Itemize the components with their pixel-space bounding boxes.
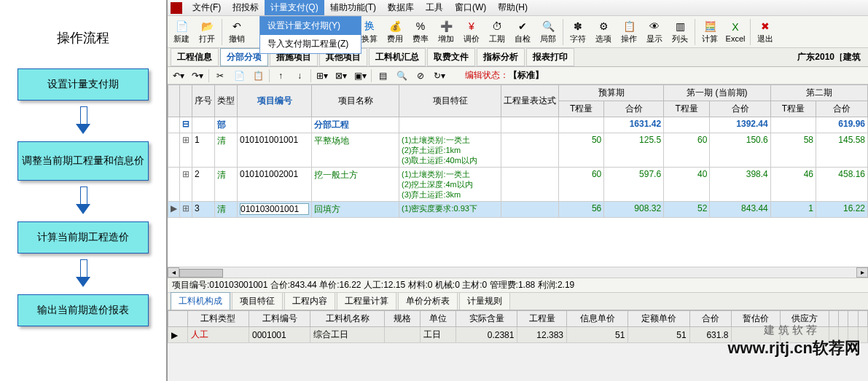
menu-tools[interactable]: 工具 [420,0,449,15]
clear-icon[interactable]: ⊘ [413,68,429,83]
table-row[interactable]: ⊞2清010101002001挖一般土方(1)土壤类别:一类土 (2)挖土深度:… [168,168,868,202]
tab-fee-file[interactable]: 取费文件 [427,48,475,66]
flow-arrow-icon [77,106,89,135]
subtab-feature[interactable]: 项目特征 [232,292,283,310]
scroll-thumb[interactable] [179,269,223,278]
tab-indicator[interactable]: 指标分析 [477,48,525,66]
menu-db[interactable]: 数据库 [382,0,420,15]
tool-check[interactable]: ✔自检 [510,17,535,47]
tool-display[interactable]: 👁显示 [642,17,667,47]
copy-icon[interactable]: 📄 [231,68,247,83]
flow-step-2: 调整当前期工程量和信息价 [17,141,149,181]
menu-aux[interactable]: 辅助功能(T) [324,0,382,15]
scroll-left-icon[interactable]: ◂ [168,267,179,278]
table-row[interactable]: ⊟部分部工程1631.421392.44619.96 [168,117,868,133]
search-icon[interactable]: 🔍 [394,68,410,83]
tab-project-info[interactable]: 工程信息 [171,48,219,66]
subtab-content[interactable]: 工程内容 [284,292,335,310]
subtab-rule[interactable]: 计量规则 [459,292,510,310]
menu-help[interactable]: 帮助(H) [492,0,533,15]
edit-status: 编辑状态：【标准】 [465,69,544,82]
tool-add[interactable]: ➕增加 [434,17,458,47]
watermark-small: 建 筑 软 荐 [764,323,817,337]
tool-adjust[interactable]: ¥调价 [459,17,484,47]
code-input[interactable] [240,203,309,215]
select-icon[interactable]: ▣▾ [352,68,368,83]
watermark: www.rjtj.cn软荐网 [727,337,861,359]
up-icon[interactable]: ↑ [273,68,289,83]
region-label: 广东2010［建筑 [797,51,865,63]
undo-icon[interactable]: ↶▾ [171,68,187,83]
tool-open[interactable]: 📂打开 [195,17,219,47]
tool-new[interactable]: 📄新建 [169,17,194,47]
refresh-icon[interactable]: ↻▾ [431,68,447,83]
tab-material[interactable]: 工料机汇总 [369,48,426,66]
flow-step-3: 计算当前期工程造价 [17,221,149,254]
tool-operate[interactable]: 📋操作 [617,17,641,47]
menu-payment[interactable]: 计量支付(Q) [265,0,324,15]
flow-title: 操作流程 [0,29,166,47]
tool-exit[interactable]: ✖退出 [753,17,778,47]
tool-calc[interactable]: 🧮计算 [697,17,722,47]
flow-arrow-icon [77,186,89,216]
menu-bid[interactable]: 招投标 [227,0,265,15]
menubar: 文件(F) 招投标 计量支付(Q) 辅助功能(T) 数据库 工具 窗口(W) 帮… [168,0,868,16]
tool-period[interactable]: ⏱工期 [485,17,509,47]
table-row[interactable]: ⊞1清010101001001平整场地(1)土壤类别:一类土 (2)弃土运距:1… [168,133,868,168]
subtab-material[interactable]: 工料机构成 [171,292,230,310]
payment-dropdown: 设置计量支付期(Y) 导入支付期工程量(Z) [259,16,361,54]
tool-rate[interactable]: %费率 [408,17,433,47]
delete-icon[interactable]: ⊠▾ [333,68,349,83]
icon-toolbar: ↶▾ ↷▾ ✂ 📄 📋 ↑ ↓ ⊞▾ ⊠▾ ▣▾ ▤ 🔍 ⊘ ↻▾ 编辑状态：【… [168,67,868,85]
expand-icon[interactable]: ▤ [375,68,391,83]
flow-step-4: 输出当前期造价报表 [17,294,149,326]
dropdown-set-period[interactable]: 设置计量支付期(Y) [260,17,361,35]
tool-char[interactable]: ✽字符 [566,17,590,47]
dropdown-import-qty[interactable]: 导入支付期工程量(Z) [260,35,361,53]
subtab-qtycalc[interactable]: 工程量计算 [337,292,396,310]
menu-window[interactable]: 窗口(W) [449,0,492,15]
horizontal-scrollbar[interactable]: ◂ ▸ [168,267,868,278]
menu-file[interactable]: 文件(F) [187,0,227,15]
cut-icon[interactable]: ✂ [212,68,228,83]
table-row[interactable]: ▶⊞3清回填方(1)密实度要求:0.93下56908.3252843.44116… [168,202,868,218]
tool-colhead[interactable]: ▥列头 [668,17,692,47]
scroll-right-icon[interactable]: ▸ [856,267,868,278]
flow-step-1: 设置计量支付期 [17,68,149,101]
down-icon[interactable]: ↓ [292,68,308,83]
sub-tabbar: 工料机构成 项目特征 工程内容 工程量计算 单价分析表 计量规则 [168,293,868,310]
tool-local[interactable]: 🔍局部 [536,17,560,47]
redo-icon[interactable]: ↷▾ [189,68,206,83]
tool-fee[interactable]: 💰费用 [383,17,407,47]
main-grid[interactable]: 序号 类型 项目编号 项目名称 项目特征 工程量表达式 预算期 第一期 (当前期… [168,85,868,267]
tab-report[interactable]: 报表打印 [526,48,574,66]
info-line: 项目编号:010103001001 合价:843.44 单价:16.22 人工:… [168,278,868,293]
paste-icon[interactable]: 📋 [250,68,266,83]
subtab-price[interactable]: 单价分析表 [398,292,458,310]
tool-option[interactable]: ⚙选项 [591,17,616,47]
flow-arrow-icon [77,259,89,288]
filter-icon[interactable]: ⊞▾ [314,68,330,83]
app-logo-icon [171,2,182,14]
tool-undo[interactable]: ↶撤销 [224,17,249,47]
tool-excel[interactable]: XExcel [723,17,748,47]
